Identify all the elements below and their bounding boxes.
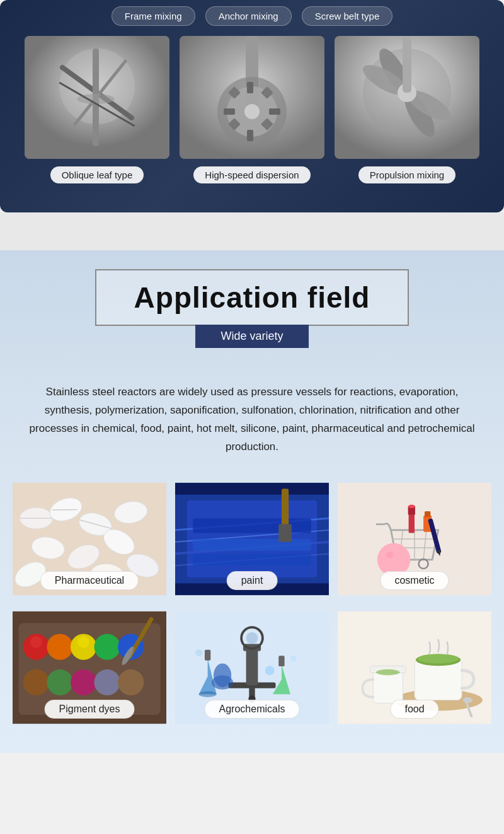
app-field-description: Stainless steel reactors are widely used…: [25, 383, 479, 456]
svg-point-85: [30, 636, 42, 648]
mixing-top-tags: Frame mixing Anchor mixing Screw belt ty…: [19, 6, 485, 26]
svg-point-80: [71, 669, 96, 695]
tag-screw-belt[interactable]: Screw belt type: [302, 6, 393, 26]
svg-point-100: [265, 666, 275, 675]
mixing-img-propulsion: [335, 36, 479, 159]
mixing-img-highspeed: [180, 36, 324, 159]
svg-point-110: [463, 697, 472, 702]
svg-point-74: [47, 634, 72, 659]
svg-point-112: [376, 669, 400, 675]
mixing-section: Frame mixing Anchor mixing Screw belt ty…: [0, 0, 504, 212]
mixing-images-row: Oblique leaf type: [19, 36, 485, 183]
svg-rect-11: [269, 108, 280, 115]
app-field-title: Application field: [134, 281, 370, 315]
svg-point-78: [23, 669, 49, 695]
svg-rect-62: [409, 512, 415, 533]
svg-point-18: [244, 104, 260, 119]
svg-point-64: [408, 504, 415, 508]
svg-rect-26: [403, 36, 411, 93]
svg-rect-51: [282, 489, 289, 530]
app-field-title-box: Application field: [95, 269, 410, 326]
app-card-agrochemicals: Agrochemicals: [175, 608, 329, 727]
tag-anchor-mixing[interactable]: Anchor mixing: [205, 6, 292, 26]
app-label-cosmetic: cosmetic: [380, 571, 449, 590]
svg-point-107: [418, 654, 459, 663]
app-label-food: food: [390, 700, 438, 719]
svg-rect-50: [193, 553, 311, 565]
app-label-pigment: Pigment dyes: [45, 700, 135, 719]
svg-rect-13: [247, 130, 253, 141]
mixing-label-propulsion: Propulsion mixing: [358, 166, 455, 183]
mixing-label-highspeed: High-speed dispersion: [193, 166, 310, 183]
svg-rect-12: [247, 82, 253, 93]
svg-point-86: [77, 636, 89, 648]
svg-point-82: [118, 669, 144, 695]
mixing-card-propulsion: Propulsion mixing: [335, 36, 479, 183]
app-card-food: food: [338, 608, 491, 727]
mixing-label-oblique: Oblique leaf type: [50, 166, 144, 183]
app-card-pigment: Pigment dyes: [13, 608, 166, 727]
svg-point-102: [195, 649, 202, 656]
svg-point-76: [94, 634, 120, 659]
svg-point-92: [246, 632, 258, 644]
app-card-paint: paint: [175, 479, 329, 599]
svg-point-68: [386, 551, 393, 558]
svg-point-5: [77, 94, 115, 104]
svg-point-79: [47, 669, 72, 695]
svg-rect-108: [373, 670, 403, 703]
app-label-pharmaceutical: Pharmaceutical: [40, 571, 139, 590]
app-card-pharmaceutical: Pharmaceutical: [13, 479, 166, 599]
application-grid: Pharmaceutical: [13, 479, 491, 727]
svg-rect-89: [246, 647, 258, 685]
mixing-img-oblique: [25, 36, 169, 159]
application-field-section: Application field Wide variety Stainless…: [0, 250, 504, 753]
svg-rect-10: [224, 108, 235, 115]
mixing-card-oblique: Oblique leaf type: [25, 36, 169, 183]
app-label-agrochemicals: Agrochemicals: [205, 700, 300, 719]
svg-rect-66: [425, 511, 430, 516]
tag-frame-mixing[interactable]: Frame mixing: [112, 6, 195, 26]
wide-variety-badge: Wide variety: [195, 325, 308, 348]
svg-rect-93: [249, 685, 255, 697]
svg-rect-97: [278, 656, 284, 666]
app-card-cosmetic: cosmetic: [338, 479, 491, 599]
svg-point-81: [94, 669, 120, 695]
svg-point-101: [290, 656, 296, 661]
svg-point-99: [214, 663, 231, 687]
svg-rect-48: [193, 518, 311, 533]
svg-rect-49: [193, 539, 311, 551]
mixing-card-highspeed: High-speed dispersion: [180, 36, 324, 183]
section-divider: [0, 212, 504, 250]
svg-rect-52: [278, 524, 292, 542]
svg-rect-95: [205, 649, 210, 660]
app-label-paint: paint: [227, 571, 278, 590]
svg-point-96: [199, 691, 217, 697]
